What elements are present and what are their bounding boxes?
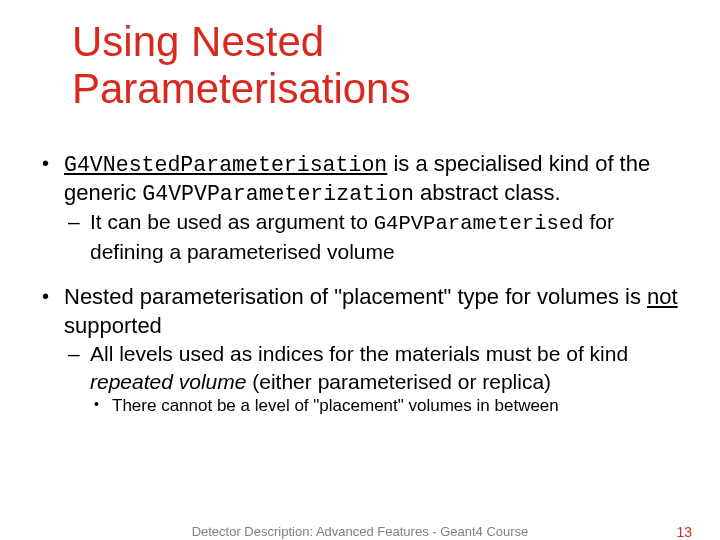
- text: Nested parameterisation of "placement" t…: [64, 284, 647, 309]
- text: abstract class.: [414, 180, 561, 205]
- text: All levels used as indices for the mater…: [90, 342, 628, 365]
- title-line-2: Parameterisations: [72, 65, 410, 112]
- slide-title: Using Nested Parameterisations: [72, 18, 410, 112]
- text: supported: [64, 313, 162, 338]
- bullet-1-sub-1: It can be used as argument to G4PVParame…: [64, 208, 680, 265]
- slide-body: G4VNestedParameterisation is a specialis…: [40, 150, 680, 435]
- code-class-3: G4PVParameterised: [374, 212, 584, 235]
- code-class-2: G4VPVParameterization: [142, 182, 414, 206]
- bullet-2-sub-1: All levels used as indices for the mater…: [64, 340, 680, 417]
- page-number: 13: [676, 524, 692, 540]
- code-class-1: G4VNestedParameterisation: [64, 153, 387, 177]
- bullet-1: G4VNestedParameterisation is a specialis…: [40, 150, 680, 265]
- text: (either parameterised or replica): [246, 370, 551, 393]
- text-not: not: [647, 284, 678, 309]
- footer-text: Detector Description: Advanced Features …: [0, 524, 720, 539]
- text-italic: repeated volume: [90, 370, 246, 393]
- title-line-1: Using Nested: [72, 18, 324, 65]
- bullet-2: Nested parameterisation of "placement" t…: [40, 283, 680, 417]
- bullet-2-sub-1-sub-1: There cannot be a level of "placement" v…: [90, 395, 680, 417]
- text: It can be used as argument to: [90, 210, 374, 233]
- slide: Using Nested Parameterisations G4VNested…: [0, 0, 720, 540]
- text: There cannot be a level of "placement" v…: [112, 396, 559, 415]
